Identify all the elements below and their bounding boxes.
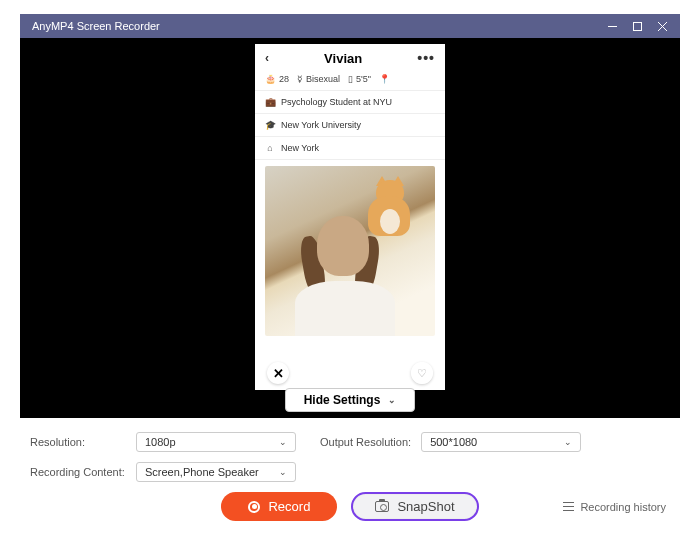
stat-orientation: ☿Bisexual: [297, 74, 340, 84]
briefcase-icon: 💼: [265, 97, 275, 107]
stat-height: ▯5'5": [348, 74, 371, 84]
school-icon: 🎓: [265, 120, 275, 130]
record-icon: [248, 501, 260, 513]
orientation-icon: ☿: [297, 74, 303, 84]
recording-content-select[interactable]: Screen,Phone Speaker ⌄: [136, 462, 296, 482]
like-button[interactable]: ♡: [411, 362, 433, 384]
dismiss-button[interactable]: ✕: [267, 362, 289, 384]
output-resolution-select[interactable]: 500*1080 ⌄: [421, 432, 581, 452]
profile-name: Vivian: [324, 51, 362, 66]
back-icon[interactable]: ‹: [265, 51, 269, 65]
record-button[interactable]: Record: [221, 492, 337, 521]
pin-icon: 📍: [379, 74, 390, 84]
output-resolution-label: Output Resolution:: [320, 436, 411, 448]
info-city: ⌂ New York: [255, 137, 445, 160]
recording-history-link[interactable]: Recording history: [563, 501, 666, 513]
chevron-down-icon: ⌄: [279, 467, 287, 477]
stat-age: 🎂28: [265, 74, 289, 84]
list-icon: [563, 502, 574, 511]
resolution-select[interactable]: 1080p ⌄: [136, 432, 296, 452]
profile-stats: 🎂28 ☿Bisexual ▯5'5" 📍: [255, 70, 445, 91]
svg-rect-1: [634, 22, 642, 30]
resolution-label: Resolution:: [30, 436, 126, 448]
more-icon[interactable]: •••: [417, 50, 435, 66]
phone-mirror-view: ‹ Vivian ••• 🎂28 ☿Bisexual ▯5'5" 📍 💼 Psy…: [255, 44, 445, 390]
snapshot-button[interactable]: SnapShot: [351, 492, 478, 521]
title-bar: AnyMP4 Screen Recorder: [20, 14, 680, 38]
profile-header: ‹ Vivian •••: [255, 44, 445, 70]
settings-row-1: Resolution: 1080p ⌄ Output Resolution: 5…: [30, 432, 670, 452]
window-controls: [607, 21, 668, 32]
chevron-down-icon: ⌄: [564, 437, 572, 447]
chevron-down-icon: ⌄: [388, 395, 396, 405]
chevron-down-icon: ⌄: [279, 437, 287, 447]
maximize-icon[interactable]: [632, 21, 643, 32]
settings-row-2: Recording Content: Screen,Phone Speaker …: [30, 462, 670, 482]
resolution-group: Resolution: 1080p ⌄: [30, 432, 296, 452]
profile-photo: [265, 166, 435, 336]
output-resolution-group: Output Resolution: 500*1080 ⌄: [320, 432, 581, 452]
cat-illustration: [368, 176, 413, 236]
action-buttons: Record SnapShot Recording history: [30, 492, 670, 521]
stat-location: 📍: [379, 74, 390, 84]
recording-content-group: Recording Content: Screen,Phone Speaker …: [30, 462, 296, 482]
cake-icon: 🎂: [265, 74, 276, 84]
hide-settings-label: Hide Settings: [304, 393, 381, 407]
app-title: AnyMP4 Screen Recorder: [32, 20, 160, 32]
ruler-icon: ▯: [348, 74, 353, 84]
hide-settings-button[interactable]: Hide Settings ⌄: [285, 388, 416, 412]
info-occupation: 💼 Psychology Student at NYU: [255, 91, 445, 114]
close-icon[interactable]: [657, 21, 668, 32]
app-window: AnyMP4 Screen Recorder ‹ Vivian ••• 🎂28 …: [0, 0, 700, 531]
camera-icon: [375, 501, 389, 512]
recording-content-label: Recording Content:: [30, 466, 126, 478]
minimize-icon[interactable]: [607, 21, 618, 32]
settings-panel: Resolution: 1080p ⌄ Output Resolution: 5…: [20, 418, 680, 531]
info-school: 🎓 New York University: [255, 114, 445, 137]
home-icon: ⌂: [265, 143, 275, 153]
preview-area: ‹ Vivian ••• 🎂28 ☿Bisexual ▯5'5" 📍 💼 Psy…: [20, 38, 680, 418]
